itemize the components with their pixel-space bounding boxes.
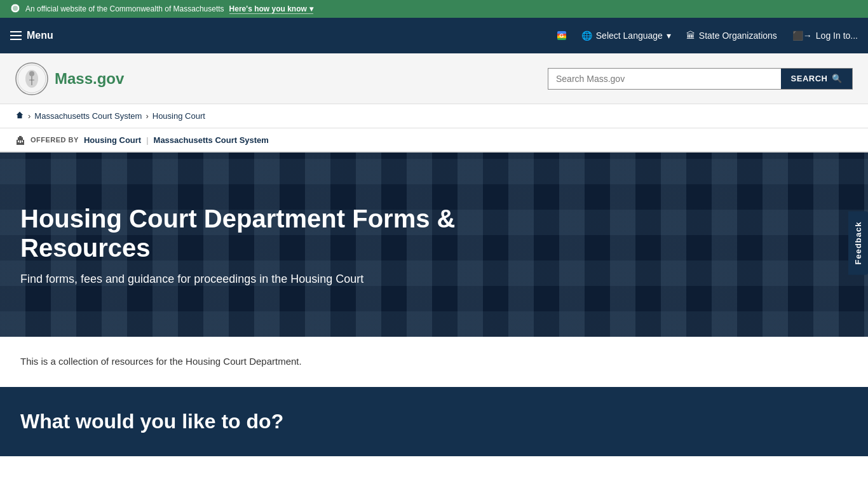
logo-bar: Mass.gov SEARCH 🔍	[0, 53, 868, 104]
mass-seal-svg	[15, 62, 48, 95]
menu-button[interactable]: Menu	[10, 30, 53, 41]
search-button-label: SEARCH	[791, 74, 828, 83]
breadcrumb-sep-1: ›	[28, 111, 31, 121]
mass-gov-logo[interactable]: Mass.gov	[15, 62, 124, 95]
select-language-label: Select Language	[596, 30, 663, 41]
state-organizations-label: State Organizations	[699, 30, 777, 41]
login-label: Log In to...	[816, 30, 858, 41]
svg-point-5	[29, 71, 34, 76]
svg-point-1	[13, 6, 18, 11]
lang-chevron-icon: ▾	[667, 30, 671, 41]
breadcrumb: › Massachusetts Court System › Housing C…	[0, 104, 868, 128]
hero-content: Housing Court Department Forms & Resourc…	[20, 204, 848, 286]
svg-rect-11	[18, 140, 19, 142]
svg-rect-12	[22, 140, 23, 142]
breadcrumb-mass-court-link[interactable]: Massachusetts Court System	[34, 111, 142, 121]
building-small-icon	[15, 135, 25, 145]
heres-how-label: Here's how you know	[229, 4, 307, 13]
svg-rect-10	[19, 136, 22, 137]
svg-rect-13	[20, 140, 21, 143]
breadcrumb-housing-court-link[interactable]: Housing Court	[153, 111, 205, 121]
globe-icon: 🌐	[581, 30, 592, 41]
main-content: This is a collection of resources for th…	[0, 337, 868, 387]
breadcrumb-home-link[interactable]	[15, 111, 24, 121]
search-button[interactable]: SEARCH 🔍	[781, 69, 852, 89]
body-text: This is a collection of resources for th…	[20, 355, 848, 369]
official-text: An official website of the Commonwealth …	[25, 4, 224, 13]
building-icon: 🏛	[686, 30, 695, 41]
chevron-down-icon: ▾	[309, 4, 313, 13]
offered-by-divider: |	[146, 135, 148, 145]
offered-by-label: OFFERED BY	[31, 136, 79, 144]
hero-subtitle: Find forms, fees and guidance for procee…	[20, 273, 414, 286]
login-link[interactable]: ⬛→ Log In to...	[792, 30, 858, 41]
official-banner: An official website of the Commonwealth …	[0, 0, 868, 18]
login-icon: ⬛→	[792, 30, 812, 41]
heres-how-link[interactable]: Here's how you know ▾	[229, 4, 313, 14]
hamburger-icon	[10, 31, 22, 40]
feedback-button[interactable]: Feedback	[848, 212, 868, 275]
main-navigation: Menu G 🌐 Select Language ▾ 🏛 State Organ…	[0, 18, 868, 53]
svg-rect-9	[18, 137, 23, 140]
select-language-link[interactable]: 🌐 Select Language ▾	[581, 30, 671, 41]
home-icon	[15, 111, 24, 119]
state-organizations-link[interactable]: 🏛 State Organizations	[686, 30, 777, 41]
what-heading: What would you like to do?	[20, 410, 848, 433]
offered-by-bar: OFFERED BY Housing Court | Massachusetts…	[0, 128, 868, 152]
search-input[interactable]	[548, 69, 781, 89]
ma-seal-icon	[10, 3, 20, 15]
nav-right-group: G 🌐 Select Language ▾ 🏛 State Organizati…	[557, 30, 858, 41]
offered-by-housing-court-link[interactable]: Housing Court	[84, 135, 141, 145]
menu-label: Menu	[27, 30, 53, 41]
mass-gov-text: Mass.gov	[55, 70, 124, 88]
google-translate-icon: G	[557, 31, 566, 40]
page-title: Housing Court Department Forms & Resourc…	[20, 204, 465, 262]
hero-section: Housing Court Department Forms & Resourc…	[0, 152, 868, 337]
what-section: What would you like to do?	[0, 387, 868, 456]
feedback-widget[interactable]: Feedback	[848, 212, 868, 277]
search-form: SEARCH 🔍	[548, 68, 853, 90]
breadcrumb-sep-2: ›	[146, 111, 148, 121]
search-icon: 🔍	[832, 74, 843, 83]
offered-by-mass-court-link[interactable]: Massachusetts Court System	[154, 135, 269, 145]
